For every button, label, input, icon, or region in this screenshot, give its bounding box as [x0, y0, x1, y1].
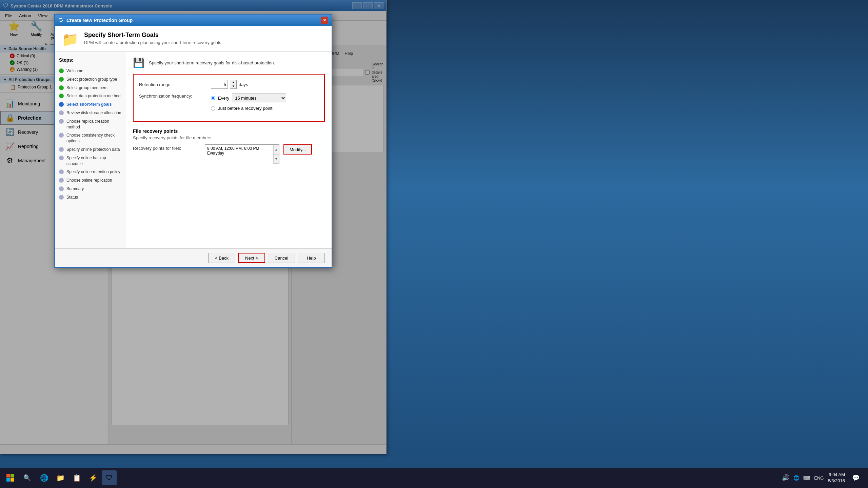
- recovery-line2: Everyday: [207, 151, 271, 156]
- steps-panel: Steps: Welcome Select protection group t…: [55, 52, 126, 248]
- scroll-up-button[interactable]: ▲: [273, 145, 279, 154]
- dialog-header-icon: 📁: [62, 32, 79, 47]
- taskbar-search-button[interactable]: 🔍: [20, 468, 34, 488]
- create-group-dialog: 🛡 Create New Protection Group ✕ 📁 Specif…: [54, 14, 332, 268]
- step-consistency-label: Choose consistency check options: [66, 133, 122, 144]
- step-online-data: Specify online protection data: [59, 145, 122, 154]
- retention-down-button[interactable]: ▼: [230, 84, 236, 88]
- taskbar-store-icon[interactable]: 📋: [69, 470, 84, 485]
- next-button[interactable]: Next >: [238, 253, 265, 263]
- recovery-line1: 8:00 AM, 12:00 PM, 6:00 PM: [207, 146, 271, 151]
- sync-row: Synchronization frequency: Every 15 minu…: [139, 94, 319, 111]
- taskbar-app-icons: 🌐 📁 📋 ⚡ 🛡: [34, 470, 119, 485]
- taskbar-keyboard-icon[interactable]: ⌨: [803, 475, 810, 481]
- step-select-members-dot: [59, 85, 64, 90]
- svg-rect-1: [11, 474, 14, 477]
- step-select-goals: Select short-term goals: [59, 100, 122, 109]
- taskbar-dpm-icon[interactable]: 🛡: [102, 470, 117, 485]
- step-online-retention-label: Specify online retention policy: [66, 169, 120, 175]
- sync-every-radio[interactable]: [211, 96, 215, 100]
- sync-radio-group: Every 15 minutes 2 minutes 5 minutes 30 …: [211, 94, 286, 111]
- retention-up-button[interactable]: ▲: [230, 80, 236, 84]
- taskbar-network-icon[interactable]: 🌐: [793, 475, 799, 481]
- recovery-section-desc: Specify recovery points for file members…: [133, 135, 325, 140]
- svg-rect-0: [6, 474, 10, 477]
- dialog-header-text: Specify Short-Term Goals DPM will create…: [84, 32, 222, 45]
- step-consistency: Choose consistency check options: [59, 131, 122, 145]
- cancel-button[interactable]: Cancel: [268, 253, 295, 263]
- dialog-titlebar: 🛡 Create New Protection Group ✕: [55, 15, 332, 26]
- step-select-type-label: Select protection group type: [66, 77, 117, 82]
- start-button[interactable]: [0, 468, 20, 488]
- step-status-dot: [59, 195, 64, 200]
- step-replica-method-label: Choose replica creation method: [66, 119, 122, 130]
- step-select-type: Select protection group type: [59, 75, 122, 84]
- dialog-close-button[interactable]: ✕: [321, 17, 328, 24]
- taskbar-volume-icon[interactable]: 🔊: [782, 474, 789, 482]
- recovery-list-container: 8:00 AM, 12:00 PM, 6:00 PM Everyday ▲ ▼: [205, 144, 279, 164]
- step-online-retention: Specify online retention policy: [59, 168, 122, 176]
- step-status-label: Status: [66, 195, 78, 200]
- step-select-method: Select data protection method: [59, 92, 122, 100]
- taskbar-notification-button[interactable]: 💬: [849, 471, 863, 485]
- taskbar-lang: ENG: [814, 475, 824, 481]
- svg-rect-3: [11, 478, 14, 482]
- sync-before-row: Just before a recovery point: [211, 106, 286, 111]
- dialog-body: Steps: Welcome Select protection group t…: [55, 52, 332, 248]
- help-button[interactable]: Help: [298, 253, 325, 263]
- search-icon: 🔍: [23, 474, 31, 482]
- recovery-section: File recovery points Specify recovery po…: [133, 128, 325, 164]
- step-online-replication: Choose online replication: [59, 176, 122, 185]
- app-window: 🛡 System Center 2016 DPM Administrator C…: [0, 0, 387, 454]
- retention-value-input[interactable]: [211, 80, 228, 89]
- sync-every-row: Every 15 minutes 2 minutes 5 minutes 30 …: [211, 94, 286, 102]
- dialog-main-icon: 💾: [133, 57, 145, 68]
- step-select-members: Select group members: [59, 84, 122, 92]
- taskbar-explorer-icon[interactable]: 📁: [53, 470, 68, 485]
- step-online-data-label: Specify online protection data: [66, 147, 120, 152]
- recovery-list-content: 8:00 AM, 12:00 PM, 6:00 PM Everyday: [205, 145, 273, 164]
- modify-button[interactable]: Modify...: [283, 144, 312, 155]
- sync-frequency-select[interactable]: 15 minutes 2 minutes 5 minutes 30 minute…: [232, 94, 286, 102]
- dialog-footer: < Back Next > Cancel Help: [55, 248, 332, 267]
- taskbar-date: 8/3/2016: [828, 478, 845, 484]
- dialog-title-icon: 🛡: [58, 17, 64, 23]
- sync-before-label: Just before a recovery point: [218, 106, 272, 111]
- recovery-label: Recovery points for files:: [133, 144, 201, 151]
- dialog-overlay: 🛡 Create New Protection Group ✕ 📁 Specif…: [0, 0, 386, 454]
- scroll-down-button[interactable]: ▼: [273, 154, 279, 164]
- taskbar-terminal-icon[interactable]: ⚡: [85, 470, 100, 485]
- sync-before-radio[interactable]: [211, 106, 215, 110]
- step-online-backup: Specify online backup schedule: [59, 154, 122, 168]
- dialog-main-desc: Specify your short-term recovery goals f…: [149, 60, 275, 65]
- step-replica-method-dot: [59, 119, 64, 124]
- step-online-replication-dot: [59, 178, 64, 183]
- step-select-goals-dot: [59, 102, 64, 107]
- step-select-members-label: Select group members: [66, 85, 107, 91]
- step-review-disk: Review disk storage allocation: [59, 109, 122, 117]
- taskbar-right: 🔊 🌐 ⌨ ENG 9:04 AM 8/3/2016 💬: [782, 471, 868, 485]
- steps-title: Steps:: [59, 57, 122, 63]
- taskbar: 🔍 🌐 📁 📋 ⚡ 🛡 🔊 🌐 ⌨ ENG 9:04 AM 8/3/2016 💬: [0, 468, 868, 488]
- retention-section: Retention range: ▲ ▼ days: [133, 74, 325, 122]
- taskbar-ie-icon[interactable]: 🌐: [37, 470, 52, 485]
- taskbar-time: 9:04 AM: [828, 472, 845, 478]
- step-online-backup-label: Specify online backup schedule: [66, 155, 122, 167]
- sync-every-label: Every: [218, 96, 229, 101]
- step-consistency-dot: [59, 133, 64, 138]
- sync-label: Synchronization frequency:: [139, 94, 207, 99]
- dialog-header: 📁 Specify Short-Term Goals DPM will crea…: [55, 26, 332, 52]
- step-select-method-label: Select data protection method: [66, 93, 120, 99]
- taskbar-clock: 9:04 AM 8/3/2016: [828, 472, 845, 484]
- retention-row: Retention range: ▲ ▼ days: [139, 80, 319, 89]
- step-status: Status: [59, 193, 122, 202]
- dialog-title: Create New Protection Group: [66, 18, 321, 23]
- step-online-replication-label: Choose online replication: [66, 178, 112, 183]
- dialog-header-desc: DPM will create a protection plan using …: [84, 40, 222, 45]
- back-button[interactable]: < Back: [208, 253, 235, 263]
- step-review-disk-label: Review disk storage allocation: [66, 110, 121, 116]
- windows-logo-icon: [6, 474, 14, 482]
- retention-unit: days: [239, 82, 248, 87]
- step-replica-method: Choose replica creation method: [59, 117, 122, 131]
- recovery-scrollbar: ▲ ▼: [273, 145, 279, 164]
